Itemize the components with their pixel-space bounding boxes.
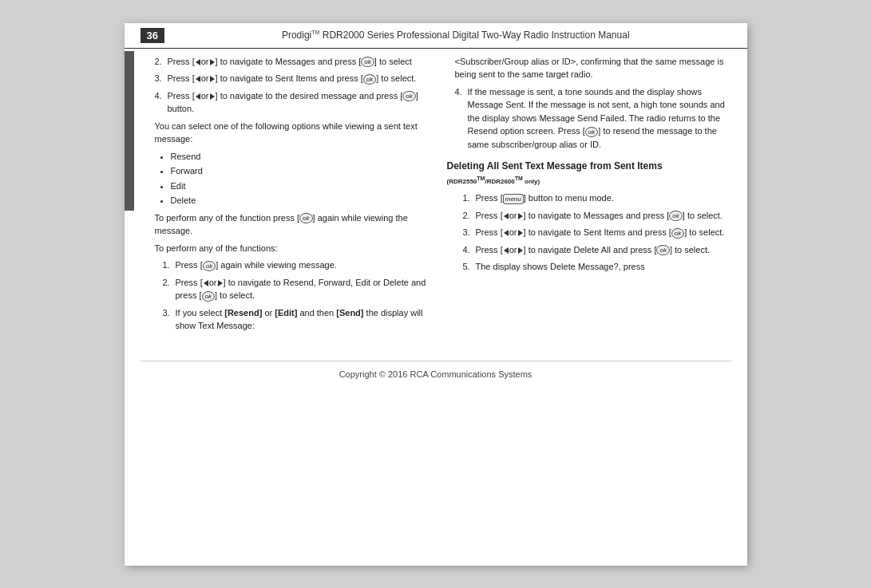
item-number: 2. xyxy=(163,276,176,302)
ok-button-icon: ok xyxy=(402,91,415,101)
section-heading: Deleting All Sent Text Message from Sent… xyxy=(447,159,731,187)
bold-text: [Resend] xyxy=(224,308,262,318)
item-text: Press [or] to navigate Delete All and pr… xyxy=(476,243,731,257)
arrow-left-icon xyxy=(504,230,509,236)
arrow-right-icon xyxy=(210,76,215,82)
list-item: 2. Press [or] to navigate to Messages an… xyxy=(147,55,431,69)
item-number: 3. xyxy=(163,306,176,333)
item-number: 1. xyxy=(163,258,176,272)
bold-text: [Send] xyxy=(336,308,363,318)
item-number: 1. xyxy=(463,191,476,205)
paragraph-2: To perform any of the function press [ok… xyxy=(147,211,431,238)
arrow-left-icon xyxy=(196,76,200,82)
list-item: 2. Press [or] to navigate to Resend, For… xyxy=(163,276,431,302)
list-item: 4. If the message is sent, a tone sounds… xyxy=(447,85,731,152)
ok-button-icon: ok xyxy=(363,74,376,85)
ok-button-icon: ok xyxy=(656,245,669,255)
paragraph-3: To perform any of the functions: xyxy=(147,242,431,255)
arrow-right-icon xyxy=(518,213,523,219)
ok-button-icon: ok xyxy=(585,127,598,137)
arrow-left-icon xyxy=(504,247,509,254)
arrow-right-icon xyxy=(210,59,215,65)
ok-button-icon: ok xyxy=(202,291,215,302)
item-text: The display shows Delete Message?, press xyxy=(476,260,731,274)
bullet-list: Resend Forward Edit Delete xyxy=(147,150,431,207)
item-text: Press [or] to navigate to Sent Items and… xyxy=(476,226,731,239)
list-item: 3. Press [or] to navigate to Sent Items … xyxy=(463,226,731,239)
list-item: 5. The display shows Delete Message?, pr… xyxy=(463,260,731,274)
menu-button-icon: menu xyxy=(503,194,524,204)
arrow-right-icon xyxy=(518,247,523,254)
arrow-left-icon xyxy=(204,280,208,286)
list-item: Forward xyxy=(171,164,431,178)
section-tag: (RDR2550TM/RDR2600TM only) xyxy=(447,178,540,185)
ok-button-icon: ok xyxy=(669,211,682,221)
arrow-left-icon xyxy=(196,59,200,65)
left-column: 2. Press [or] to navigate to Messages an… xyxy=(147,55,431,337)
item-number: 4. xyxy=(463,243,476,257)
trademark: TM xyxy=(515,176,523,181)
list-item: 1. Press [menu] button to menu mode. xyxy=(463,191,731,205)
ok-button-icon: ok xyxy=(671,228,684,239)
ok-button-icon: ok xyxy=(361,57,374,67)
page-header: 36 ProdigiTM RDR2000 Series Professional… xyxy=(125,23,747,49)
item-number: 4. xyxy=(455,85,468,152)
item-number: 2. xyxy=(155,55,168,69)
sub-numbered-list-2: 1. Press [menu] button to menu mode. 2. … xyxy=(447,191,731,274)
item-text: Press [or] to navigate to Resend, Forwar… xyxy=(176,276,431,302)
list-item: Edit xyxy=(171,180,431,193)
list-item: 3. Press [or] to navigate to Sent Items … xyxy=(147,72,431,85)
list-item: 4. Press [or] to navigate Delete All and… xyxy=(463,243,731,257)
item-text: Press [menu] button to menu mode. xyxy=(476,191,731,205)
arrow-right-icon xyxy=(210,93,215,100)
item-number: 3. xyxy=(463,226,476,239)
paragraph-1: You can select one of the following opti… xyxy=(147,120,431,146)
section-title: Deleting All Sent Text Message from Sent… xyxy=(447,160,663,172)
item-text: Press [or] to navigate to the desired me… xyxy=(168,89,431,116)
item-number: 3. xyxy=(155,72,168,85)
item-text: Press [or] to navigate to Sent Items and… xyxy=(168,72,431,85)
ok-button-icon: ok xyxy=(299,213,312,223)
right-column: <Subscriber/Group alias or ID>, confirmi… xyxy=(447,55,731,337)
content-area: 2. Press [or] to navigate to Messages an… xyxy=(125,55,747,353)
arrow-right-icon xyxy=(518,230,523,236)
arrow-left-icon xyxy=(196,93,200,100)
page-left-bar xyxy=(125,51,134,211)
trademark: TM xyxy=(477,176,485,181)
footer-text: Copyright © 2016 RCA Communications Syst… xyxy=(339,369,532,379)
list-item: 2. Press [or] to navigate to Messages an… xyxy=(463,209,731,223)
header-title: ProdigiTM RDR2000 Series Professional Di… xyxy=(180,30,731,41)
list-item: Delete xyxy=(171,194,431,207)
item-text: Press [or] to navigate to Messages and p… xyxy=(168,55,431,69)
arrow-left-icon xyxy=(504,213,509,219)
list-item: 3. If you select [Resend] or [Edit] and … xyxy=(163,306,431,333)
item-text: Press [or] to navigate to Messages and p… xyxy=(476,209,731,223)
paragraph-subscriber: <Subscriber/Group alias or ID>, confirmi… xyxy=(447,55,731,81)
bold-text: [Edit] xyxy=(275,308,297,318)
list-item: Resend xyxy=(171,150,431,164)
item-text: Press [ok] again while viewing message. xyxy=(176,258,431,272)
arrow-right-icon xyxy=(218,280,223,286)
item-number: 4. xyxy=(155,89,168,116)
item-number: 2. xyxy=(463,209,476,223)
item-number: 5. xyxy=(463,260,476,274)
trademark-tm: TM xyxy=(311,30,319,35)
item-text: If you select [Resend] or [Edit] and the… xyxy=(176,306,431,333)
list-item: 4. Press [or] to navigate to the desired… xyxy=(147,89,431,116)
page-number: 36 xyxy=(141,28,164,43)
ok-button-icon: ok xyxy=(203,261,216,271)
list-item: 1. Press [ok] again while viewing messag… xyxy=(163,258,431,272)
page-footer: Copyright © 2016 RCA Communications Syst… xyxy=(141,361,731,387)
item-text: If the message is sent, a tone sounds an… xyxy=(468,85,731,152)
sub-numbered-list: 1. Press [ok] again while viewing messag… xyxy=(147,258,431,333)
